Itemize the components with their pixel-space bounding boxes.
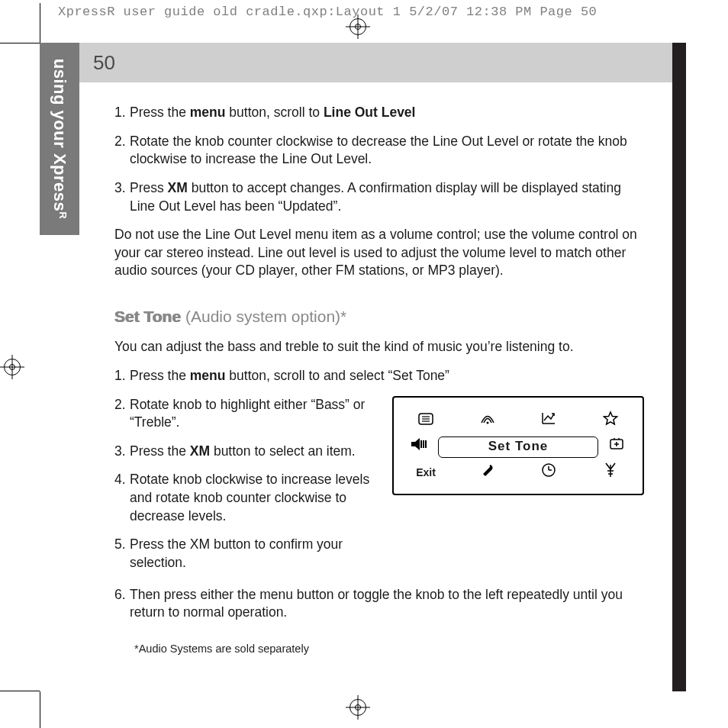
svg-point-4 [486,422,488,424]
screen-row: Exit [406,460,630,486]
star-icon [591,411,630,430]
antenna-icon [591,462,630,483]
registration-mark [350,699,366,716]
speaker-icon [406,436,433,457]
section-heading-rest: (Audio system option)* [181,308,346,325]
step-item: 2. Rotate knob to highlight either “Bass… [114,396,374,432]
step-number: 5. [114,536,130,572]
crop-mark [40,3,40,43]
section-tab-label: using your XpressR [50,59,69,219]
step-text: Press the menu button, scroll to and sel… [130,367,644,385]
step-number: 1. [114,367,130,385]
step-item: 3. Press the XM button to select an item… [114,443,374,461]
page: using your XpressR 50 1. Press the menu … [40,43,686,691]
registration-mark [4,359,21,375]
section-tab: using your XpressR [40,43,79,235]
step-text: Press the XM button to select an item. [130,443,374,461]
channel-list-icon [406,411,446,430]
step-number: 2. [114,133,130,169]
exit-label: Exit [406,465,446,480]
step-text: Rotate knob to highlight either “Bass” o… [130,396,374,432]
left-column: 2. Rotate knob to highlight either “Bass… [114,396,374,583]
set-tone-selection: Set Tone [438,436,598,458]
section-tab-sup: R [57,211,69,219]
svg-line-19 [606,463,610,469]
crop-mark [0,691,40,691]
wrench-icon [468,462,507,482]
page-number-bar: 50 [79,43,672,82]
section-heading: Set Tone (Audio system option)* [114,306,644,327]
step-number: 2. [114,396,130,432]
step-text: Press XM button to accept changes. A con… [130,179,644,215]
step-text: Rotate the knob counter clockwise to dec… [130,133,644,169]
step-item: 4. Rotate knob clockwise to increase lev… [114,471,374,525]
right-column: Set Tone Exit [392,396,644,495]
step-item: 2. Rotate the knob counter clockwise to … [114,133,644,169]
page-number: 50 [93,51,115,75]
step-item: 3. Press XM button to accept changes. A … [114,179,644,215]
step-number: 1. [114,104,130,122]
screen-row: Set Tone [406,434,630,460]
screen-row [406,408,630,434]
step-number: 4. [114,471,130,525]
svg-rect-8 [423,440,424,448]
step-item: 1. Press the menu button, scroll to Line… [114,104,644,122]
crop-mark [0,43,40,43]
footnote: *Audio Systems are sold separately [134,642,644,657]
step-text: Rotate knob clockwise to increase levels… [130,471,374,525]
section-heading-lead: Set Tone [114,308,181,325]
step-number: 3. [114,179,130,215]
registration-mark [350,18,366,35]
step-text: Press the menu button, scroll to Line Ou… [130,104,644,122]
chart-icon [529,411,569,430]
two-column-area: 2. Rotate knob to highlight either “Bass… [114,396,644,583]
clock-icon [529,462,569,482]
intro-paragraph: You can adjust the bass and treble to su… [114,338,644,356]
step-text: Then press either the menu button or tog… [130,586,644,622]
svg-rect-9 [425,440,427,448]
prepress-header: XpressR user guide old cradle.qxp:Layout… [0,0,728,19]
crop-mark [40,691,40,728]
step-item: 5. Press the XM button to confirm your s… [114,536,374,572]
device-screen: Set Tone Exit [392,396,644,495]
svg-rect-7 [420,440,422,448]
svg-line-20 [610,463,615,469]
content: 1. Press the menu button, scroll to Line… [114,104,644,656]
step-text: Press the XM button to confirm your sele… [130,536,374,572]
step-number: 6. [114,586,130,622]
step-item: 6. Then press either the menu button or … [114,586,644,622]
step-item: 1. Press the menu button, scroll to and … [114,367,644,385]
svg-marker-6 [411,438,420,450]
section-tab-text: using your Xpress [50,59,69,211]
svg-marker-5 [604,412,617,424]
note-paragraph: Do not use the Line Out Level menu item … [114,226,644,280]
add-preset-icon [603,437,630,456]
signal-icon [468,411,507,430]
step-number: 3. [114,443,130,461]
bleed-bar [672,43,686,691]
